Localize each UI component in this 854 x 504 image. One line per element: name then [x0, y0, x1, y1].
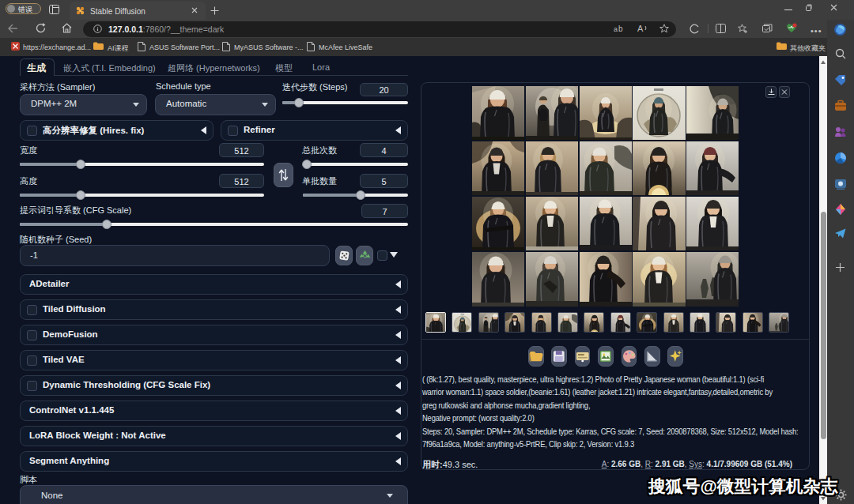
svg-text:A: A: [637, 24, 644, 33]
svg-text:a: a: [614, 25, 618, 33]
svg-text:b: b: [618, 24, 623, 33]
